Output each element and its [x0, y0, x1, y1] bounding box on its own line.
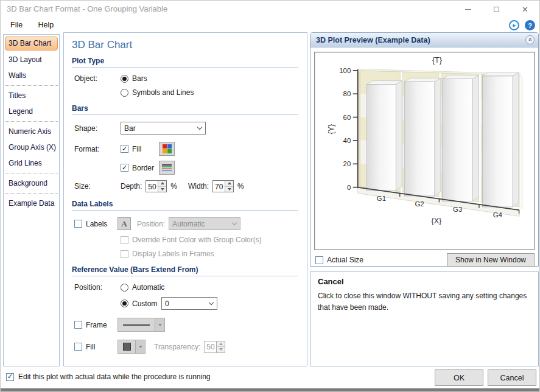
minimize-icon [465, 9, 471, 10]
line-dropdown-arrow [155, 318, 165, 332]
ref-frame-checkbox[interactable] [74, 321, 82, 329]
border-style-button[interactable] [159, 161, 175, 175]
ref-custom-value-dropdown[interactable]: 0 [161, 297, 217, 310]
ok-button[interactable]: OK [435, 369, 483, 386]
radio-ref-custom-label: Custom [132, 299, 161, 308]
preview-header-title: 3D Plot Preview (Example Data) [316, 36, 430, 44]
chevron-down-icon [232, 220, 237, 225]
sidebar-item-grid-lines[interactable]: Grid Lines [4, 155, 59, 171]
cancel-button[interactable]: Cancel [488, 369, 536, 386]
sidebar-item-group-axis-x-[interactable]: Group Axis (X) [4, 139, 59, 155]
labels-checkbox[interactable] [74, 220, 82, 228]
object-label: Object: [74, 74, 121, 83]
depth-percent: % [170, 182, 177, 191]
spin-up[interactable] [225, 181, 233, 186]
menu-file[interactable]: File [4, 18, 29, 32]
fill-checkbox[interactable]: ✓ [121, 145, 128, 153]
transparency-label: Transparency: [154, 343, 200, 351]
transparency-spinner: 50 [204, 341, 225, 353]
display-labels-frames-checkbox [121, 250, 128, 258]
arrow-down-icon [139, 346, 142, 348]
fill-color-button[interactable] [159, 142, 175, 156]
border-checkbox[interactable]: ✓ [121, 164, 128, 172]
spin-up [217, 341, 225, 347]
help-icon[interactable]: ? [525, 20, 535, 30]
label-position-value: Automatic [172, 220, 205, 228]
page-title: 3D Bar Chart [72, 39, 298, 51]
width-value: 70 [213, 181, 225, 192]
maximize-button[interactable] [482, 1, 511, 18]
edit-plot-row: ✓ Edit this plot with actual data while … [6, 373, 211, 381]
help-panel-body: Click to close this window WITHOUT savin… [318, 290, 531, 313]
sidebar-item-titles[interactable]: Titles [4, 88, 59, 103]
svg-text:{Y}: {Y} [327, 124, 335, 135]
labels-label: Labels [86, 220, 117, 228]
radio-ref-automatic[interactable] [121, 284, 128, 292]
help-panel: Cancel Click to close this window WITHOU… [310, 271, 539, 366]
radio-ref-custom[interactable] [121, 299, 128, 307]
line-style-sample [117, 318, 155, 332]
ref-frame-line-dropdown [117, 318, 165, 332]
collapse-panel-button[interactable]: » [525, 35, 535, 44]
section-data-labels: Data Labels [72, 198, 298, 211]
label-font-button[interactable]: A [117, 217, 131, 230]
arrow-down-icon [158, 324, 162, 326]
arrow-up-icon [161, 182, 164, 184]
ref-fill-color-dropdown [117, 340, 146, 354]
preview-footer: Actual Size Show in New Window [315, 253, 535, 267]
svg-text:G3: G3 [453, 206, 462, 213]
preview-chart-svg: 020406080100G1G2G3G4{T}{X}{Y} [315, 52, 535, 250]
svg-text:{X}: {X} [432, 217, 442, 225]
check-icon: ✓ [122, 145, 127, 152]
arrow-up-icon [228, 182, 231, 184]
position-label: Position: [137, 220, 165, 228]
border-label: Border [132, 164, 159, 172]
shape-label: Shape: [74, 124, 121, 133]
spin-down[interactable] [158, 186, 166, 192]
width-spinner[interactable]: 70 [212, 180, 234, 192]
svg-text:G2: G2 [415, 200, 424, 208]
sidebar-item-example-data[interactable]: Example Data [4, 195, 59, 211]
display-labels-frames-label: Display Labels in Frames [132, 250, 214, 258]
run-icon[interactable]: ▶ [509, 20, 519, 30]
close-button[interactable]: ✕ [511, 1, 539, 18]
spin-up[interactable] [158, 181, 166, 186]
radio-ref-automatic-label: Automatic [132, 283, 164, 292]
radio-bars[interactable] [121, 75, 128, 83]
menu-help[interactable]: Help [32, 18, 61, 32]
sidebar-item-walls[interactable]: Walls [4, 68, 59, 83]
svg-text:100: 100 [339, 67, 351, 74]
show-in-new-window-button[interactable]: Show in New Window [447, 253, 535, 267]
sidebar-divider [5, 193, 58, 194]
sidebar: 3D Bar Chart3D LayoutWallsTitlesLegendNu… [3, 34, 60, 366]
radio-bars-label: Bars [132, 74, 147, 83]
minimize-button[interactable] [454, 1, 482, 18]
svg-text:40: 40 [343, 137, 351, 144]
spin-down[interactable] [225, 186, 233, 192]
radio-symbols-and-lines[interactable] [121, 89, 128, 97]
override-font-color-checkbox [121, 236, 128, 244]
actual-size-checkbox[interactable] [315, 256, 323, 264]
sidebar-item-legend[interactable]: Legend [4, 103, 59, 119]
line-styles-icon [162, 164, 172, 171]
titlebar: 3D Bar Chart Format - One Grouping Varia… [1, 1, 539, 18]
sidebar-item-3d-bar-chart[interactable]: 3D Bar Chart [5, 37, 58, 51]
edit-plot-checkbox[interactable]: ✓ [6, 373, 14, 381]
menubar: File Help ▶ ? [1, 18, 539, 33]
svg-text:60: 60 [343, 114, 351, 121]
color-swatch-sample [117, 340, 136, 354]
ref-fill-checkbox[interactable] [74, 343, 82, 351]
preview-header: 3D Plot Preview (Example Data) » [310, 33, 538, 47]
sidebar-divider [5, 173, 58, 173]
edit-plot-label: Edit this plot with actual data while th… [18, 373, 211, 381]
depth-spinner[interactable]: 50 [146, 180, 167, 192]
check-icon: ✓ [7, 373, 13, 380]
sidebar-item-3d-layout[interactable]: 3D Layout [4, 52, 59, 68]
shape-dropdown[interactable]: Bar [121, 122, 206, 135]
actual-size-label: Actual Size [327, 256, 363, 264]
maximize-icon [494, 7, 499, 12]
sidebar-item-background[interactable]: Background [4, 175, 59, 191]
ref-position-label: Position: [74, 283, 121, 292]
svg-text:0: 0 [347, 184, 351, 191]
sidebar-item-numeric-axis[interactable]: Numeric Axis [4, 124, 59, 139]
